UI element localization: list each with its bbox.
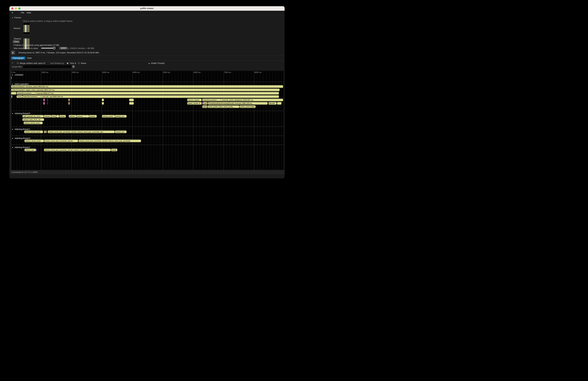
- thread-header-batch-operation[interactable]: ▼ batch-operation: [12, 83, 29, 85]
- recent-frames-thumbnail[interactable]: [23, 23, 30, 34]
- frames-section-header[interactable]: ▼Frames: [12, 17, 21, 19]
- clear-filter-button[interactable]: x: [72, 65, 75, 68]
- scope-bar[interactable]: [102, 102, 104, 105]
- scope-bar[interactable]: [45, 130, 46, 133]
- scope-bar[interactable]: extract_word_pair_proximity_docids::extr…: [44, 149, 111, 151]
- minimize-window-button[interactable]: [15, 7, 17, 10]
- sort-time-label[interactable]: Time: [70, 62, 74, 64]
- scope-bar[interactable]: extrac: [59, 115, 66, 118]
- scope-filter-input[interactable]: [23, 65, 71, 68]
- thread-header-indexing-thread:2[interactable]: ▼ indexing-thread:2: [12, 146, 30, 148]
- maximize-window-button[interactable]: [18, 7, 21, 10]
- scope-bar[interactable]: extract_docid_word: [24, 122, 43, 124]
- flamegraph-canvas[interactable]: 0 ms0 ms1000 ms1000 ms2000 ms2000 ms3000…: [11, 71, 284, 173]
- scope-bar[interactable]: IndexScheduler>::apply_index_operation 8…: [11, 89, 280, 91]
- scope-bar[interactable]: extract::data_from_ob: [22, 118, 44, 121]
- scope-bar[interactable]: [68, 99, 70, 101]
- axis-tick-label: 5000 ms: [163, 71, 170, 73]
- thread-separator: [11, 136, 284, 136]
- scope-bar[interactable]: typed_chunk::w: [187, 102, 202, 105]
- scope-bar[interactable]: [43, 102, 45, 105]
- scope-bar[interactable]: extract_: [69, 115, 77, 118]
- close-window-button[interactable]: [11, 7, 13, 10]
- merge-children-checkbox[interactable]: [17, 62, 19, 64]
- scope-bar[interactable]: extract_doc: [24, 149, 36, 151]
- visible-threads-toggle[interactable]: ▶Visible Threads: [149, 62, 165, 64]
- scope-bar[interactable]: extract_word: [102, 115, 115, 118]
- scope-bar[interactable]: [36, 149, 37, 151]
- theme-toggle-icon[interactable]: ☀: [11, 11, 13, 14]
- scope-bar[interactable]: [277, 102, 281, 105]
- scope-bar[interactable]: [202, 102, 203, 105]
- scope-bar[interactable]: [68, 102, 70, 105]
- scope-bar[interactable]: [11, 92, 16, 94]
- scope-bar[interactable]: extract: [44, 115, 51, 118]
- scope-bar[interactable]: extract: [89, 115, 97, 118]
- scope-bar[interactable]: receive_typed_: [187, 99, 202, 101]
- max-frames-slider[interactable]: [41, 47, 58, 49]
- frame-bar[interactable]: [24, 25, 25, 32]
- scope-bar[interactable]: [44, 130, 45, 133]
- help-button[interactable]: ?: [12, 62, 13, 64]
- thread-header-indexing-thread:1[interactable]: ▼ indexing-thread:1: [12, 128, 30, 130]
- scope-bar[interactable]: extra: [51, 115, 56, 118]
- screen-background: puffin viewer ☀ File View ▼Frames Click …: [0, 0, 294, 190]
- thread-header-indexing-thread:3[interactable]: ▼ indexing-thread:3: [12, 137, 30, 139]
- sort-name-label[interactable]: Name: [81, 62, 86, 64]
- merge-children-label[interactable]: Merge children with same ID: [20, 62, 45, 64]
- sort-time-radio[interactable]: [66, 62, 69, 64]
- scope-bar[interactable]: [11, 95, 12, 98]
- scope-bar[interactable]: [47, 99, 48, 101]
- scope-bar[interactable]: IndexScheduler>::process_batch 8953.821 …: [11, 85, 283, 88]
- thread-header-scheduler[interactable]: ▼ scheduler: [12, 74, 23, 76]
- scope-bar[interactable]: PrefixWordPairsProximityDocids::execute …: [208, 102, 268, 105]
- scope-bar[interactable]: prefix_word::index_prefix_wo: [240, 106, 255, 108]
- scope-bar[interactable]: word_prefix::index_word_prefix_: [208, 106, 239, 108]
- scope-bar[interactable]: [208, 102, 208, 105]
- thread-separator: [11, 111, 284, 111]
- scope-bar[interactable]: extract_docid_word: [24, 140, 44, 142]
- title-bar[interactable]: puffin viewer: [9, 6, 285, 11]
- slider-knob[interactable]: [53, 47, 55, 49]
- scope-bar[interactable]: extract_: [77, 115, 85, 118]
- sort-name-radio[interactable]: [78, 62, 80, 64]
- scope-bar[interactable]: Trans: [17, 95, 22, 98]
- scope-bar[interactable]: [43, 115, 44, 118]
- scope-bar[interactable]: IndexDocuments<_, _>::execute_raw 8459.1…: [22, 95, 279, 98]
- scope-bar[interactable]: WordPr: [269, 102, 276, 105]
- scope-bar[interactable]: extract_word_pair_proximity_docids::extr…: [48, 130, 115, 133]
- scope-bar[interactable]: [43, 99, 45, 101]
- scope-bar[interactable]: [56, 115, 59, 118]
- scope-bar[interactable]: [47, 102, 48, 105]
- max-frames-value[interactable]: 18000: [59, 47, 67, 49]
- scope-bar[interactable]: [46, 130, 47, 133]
- frame-bar[interactable]: [25, 25, 26, 32]
- sort-direction-icon[interactable]: ⬇: [75, 62, 76, 64]
- slider-track-empty: [55, 48, 58, 49]
- scope-bar[interactable]: [11, 77, 12, 79]
- scope-bar[interactable]: extract_word_pair_proximity_docids::extr…: [79, 140, 141, 142]
- tab-flamegraph[interactable]: Flamegraph: [11, 57, 25, 60]
- play-button[interactable]: ▶: [11, 51, 15, 55]
- scope-bar[interactable]: extract_word_pair_proximity_docids: [44, 140, 78, 142]
- scope-bar[interactable]: [102, 99, 104, 101]
- scope-bar[interactable]: [129, 99, 134, 101]
- scope-bar[interactable]: extrac: [111, 149, 117, 151]
- scope-bar[interactable]: IndexDocuments<_, _>::execute_prefix_dat…: [202, 99, 283, 101]
- menu-view[interactable]: View: [26, 12, 31, 14]
- scope-bar[interactable]: extract_wo: [115, 130, 126, 133]
- scope-bar[interactable]: [129, 102, 134, 105]
- thread-header-indexing-thread:0[interactable]: ▼ indexing-thread:0: [12, 112, 30, 115]
- scope-bar[interactable]: IndexDocuments<_, _>::execute 8656.677 m…: [17, 92, 279, 94]
- scope-bar[interactable]: extract_docid_word: [24, 130, 43, 133]
- menu-file[interactable]: File: [21, 12, 24, 14]
- frame-bar[interactable]: [27, 25, 28, 32]
- frame-bar[interactable]: [28, 25, 29, 32]
- scope-bar[interactable]: extract_wo: [115, 115, 126, 118]
- scope-bar[interactable]: split_grenad_by_chun: [22, 115, 43, 118]
- clear-button[interactable]: Clear: [13, 40, 20, 43]
- scope-bar[interactable]: [85, 115, 89, 118]
- scope-bar[interactable]: Word: [202, 106, 208, 108]
- scope-bar[interactable]: index: [203, 102, 208, 105]
- tab-stats[interactable]: Stats: [25, 57, 33, 60]
